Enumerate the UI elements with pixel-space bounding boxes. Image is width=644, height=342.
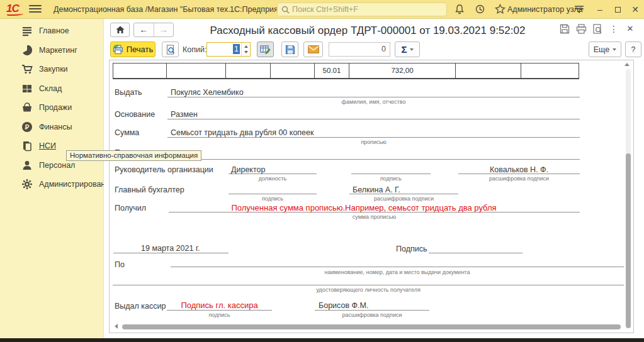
identity-caption: удостоверяющего личность получателя: [113, 287, 624, 293]
stepper-arrows[interactable]: [241, 43, 250, 56]
kebab-menu-icon[interactable]: ⋮: [607, 24, 620, 35]
copies-stepper[interactable]: 1: [206, 42, 251, 57]
head-name-value[interactable]: Ковальков Н. Ф.: [458, 165, 580, 174]
step-up-icon[interactable]: [244, 45, 248, 48]
main-menu-icon[interactable]: [29, 5, 42, 14]
print-icon[interactable]: [575, 24, 587, 35]
received-label: Получил: [115, 204, 146, 212]
copies-label: Копий:: [183, 45, 206, 54]
help-button[interactable]: ?: [625, 41, 641, 57]
attachment-field-line[interactable]: [167, 150, 580, 160]
step-down-icon[interactable]: [244, 51, 248, 53]
send-email-button[interactable]: [303, 41, 323, 57]
copies-value[interactable]: 1: [207, 43, 241, 56]
maximize-button[interactable]: [611, 3, 624, 16]
person-icon: [21, 160, 33, 171]
document-window: ← → Расходный кассовый ордер ТДРТ-000001…: [104, 19, 644, 338]
print-button[interactable]: Печать: [110, 41, 155, 57]
scroll-up-icon[interactable]: [624, 63, 630, 66]
sidebar-item-zakupki[interactable]: Закупки: [0, 60, 103, 79]
print-preview-button[interactable]: [162, 41, 179, 57]
sidebar-item-prodazhi[interactable]: Продажи: [0, 98, 103, 118]
chevron-down-icon: [410, 48, 414, 51]
table-cell: [167, 63, 226, 79]
by-field-line[interactable]: [171, 258, 624, 267]
svg-text:Р: Р: [25, 124, 30, 131]
accountant-name-value[interactable]: Белкина А. Г.: [353, 185, 400, 194]
sidebar-item-label: НСИ: [39, 141, 56, 150]
signature-label: Подпись: [396, 245, 427, 253]
accountant-signature-line[interactable]: [229, 185, 317, 194]
cashier-sign-hint[interactable]: Подпись гл. кассира: [167, 301, 272, 310]
decryption-caption: расшифровка подписи: [349, 196, 458, 202]
issue-value[interactable]: Покуляс Хелембико: [171, 88, 244, 97]
signature-line[interactable]: [429, 244, 523, 253]
ruble-icon: Р: [21, 121, 33, 133]
head-signature-line[interactable]: [351, 165, 431, 174]
sidebar-item-label: Администрирование: [39, 180, 114, 189]
sidebar-item-label: Склад: [39, 84, 62, 93]
close-window-button[interactable]: ✕: [628, 3, 642, 16]
horizontal-scrollbar-thumb[interactable]: [122, 324, 621, 329]
accountant-label: Главный бухгалтер: [115, 185, 184, 194]
history-icon[interactable]: [475, 4, 487, 15]
edit-table-button[interactable]: [257, 41, 274, 57]
service-menu-icon[interactable]: [574, 5, 587, 16]
cashier-label: Выдал кассир: [115, 302, 166, 311]
accounting-table: 50.01 732,00: [113, 63, 579, 79]
user-menu[interactable]: Администратор узла: [507, 5, 583, 14]
more-button[interactable]: Еще: [589, 41, 621, 57]
sidebar-item-finansy[interactable]: Р Финансы: [0, 118, 103, 137]
sidebar-item-label: Финансы: [39, 123, 72, 131]
more-button-label: Еще: [594, 45, 609, 54]
basis-field-line: [167, 110, 580, 119]
sidebar-item-marketing[interactable]: Маркетинг: [0, 41, 103, 60]
search-icon: [281, 6, 290, 14]
received-hint-value[interactable]: Полученная сумма прописью.Например, семь…: [169, 203, 559, 212]
sidebar-item-glavnoe[interactable]: Главное: [0, 21, 103, 41]
print-button-label: Печать: [127, 45, 154, 54]
cash-order-form: 50.01 732,00 Выдать Покуляс Хелембико фа…: [109, 60, 634, 333]
decryption-caption: расшифровка подписи: [315, 312, 429, 318]
scroll-left-icon[interactable]: [115, 324, 118, 329]
head-label: Руководитель организации: [115, 165, 213, 174]
vertical-scrollbar-thumb[interactable]: [626, 153, 631, 328]
back-button[interactable]: ←: [134, 23, 154, 36]
debit-account-cell[interactable]: 50.01: [315, 63, 349, 79]
pie-chart-icon: [21, 45, 33, 56]
date-value[interactable]: 19 марта 2021 г.: [141, 244, 200, 253]
sidebar-item-label: Главное: [39, 26, 69, 35]
identity-field-line[interactable]: [113, 276, 624, 285]
cashier-name-value[interactable]: Борисов Ф.М.: [319, 301, 368, 310]
window-title: Демонстрационная база /Магазин "Бытовая …: [54, 5, 235, 14]
save-file-button[interactable]: [281, 41, 298, 57]
head-position-value[interactable]: Директор: [231, 165, 265, 174]
amount-cell[interactable]: 732,00: [349, 63, 456, 79]
basis-label: Основание: [115, 110, 155, 119]
notifications-bell-icon[interactable]: [455, 4, 467, 15]
search-input[interactable]: [292, 5, 431, 14]
issue-label: Выдать: [115, 88, 142, 97]
1c-logo: 1С: [6, 3, 19, 15]
counter-field[interactable]: 0: [329, 42, 390, 57]
sidebar-item-sklad[interactable]: Склад: [0, 79, 103, 99]
preview-icon[interactable]: [591, 24, 604, 35]
save-icon[interactable]: [558, 24, 571, 35]
table-cell: [113, 63, 167, 79]
sum-value[interactable]: Семьсот тридцать два рубля 00 копеек: [171, 128, 314, 137]
envelope-icon: [308, 45, 319, 53]
signature-caption: подпись: [167, 312, 272, 318]
printer-check-icon: [113, 45, 123, 55]
minimize-button[interactable]: –: [593, 3, 607, 16]
sidebar-item-label: Маркетинг: [39, 46, 77, 55]
sigma-icon: Σ: [401, 44, 407, 55]
home-button[interactable]: [110, 23, 130, 37]
favorites-star-icon[interactable]: [495, 4, 507, 15]
sidebar-item-administrirovanie[interactable]: Администрирование: [0, 175, 103, 194]
forward-button[interactable]: →: [154, 23, 174, 36]
basis-value[interactable]: Размен: [171, 110, 198, 119]
close-document-icon[interactable]: ✕: [624, 24, 636, 35]
warehouse-icon: [21, 83, 33, 94]
sum-button[interactable]: Σ: [395, 41, 420, 57]
search-box[interactable]: [277, 3, 447, 16]
